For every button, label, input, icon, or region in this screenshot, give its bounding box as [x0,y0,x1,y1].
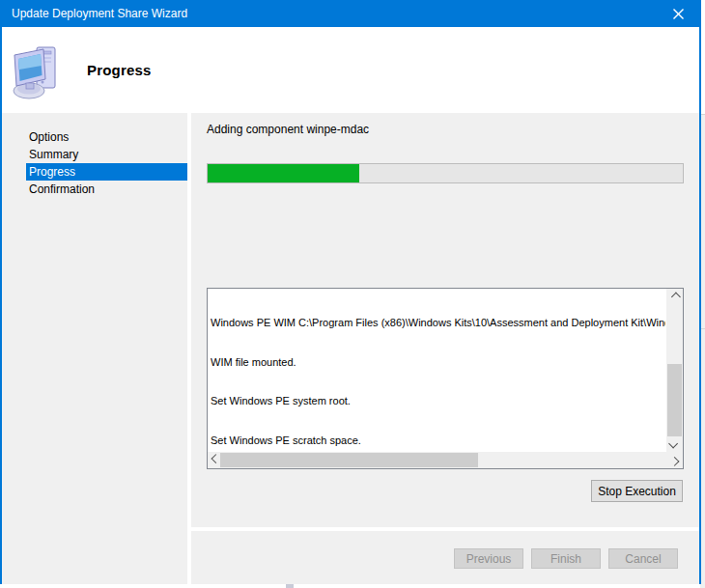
previous-button[interactable]: Previous [454,548,523,569]
title-bar[interactable]: Update Deployment Share Wizard [2,0,699,27]
horizontal-scroll-thumb[interactable] [220,453,478,467]
footer-separator [191,527,699,531]
progress-bar [207,163,684,183]
close-icon [673,9,684,19]
cancel-button[interactable]: Cancel [608,548,678,569]
log-line: Set Windows PE system root. [211,395,665,408]
vertical-scrollbar[interactable] [666,289,683,452]
wizard-step-list: Options Summary Progress Confirmation [2,113,187,584]
sidebar-item-confirmation[interactable]: Confirmation [2,181,187,198]
log-line: WIM file mounted. [211,356,665,370]
stop-execution-button[interactable]: Stop Execution [591,480,683,502]
page-title: Progress [87,62,152,78]
wizard-window: Update Deployment Share Wizard P [0,0,701,584]
wizard-navigation: Previous Finish Cancel [454,548,678,569]
computer-icon [11,42,59,100]
log-line: Windows PE WIM C:\Program Files (x86)\Wi… [211,317,665,330]
scroll-down-button[interactable] [666,435,683,452]
log-line: Set Windows PE scratch space. [211,434,665,448]
chevron-left-icon [212,454,221,463]
progress-pane: Adding component winpe-mdac Windows PE W… [191,113,699,584]
sidebar-item-progress[interactable]: Progress [26,163,187,181]
log-text: Windows PE WIM C:\Program Files (x86)\Wi… [211,291,665,451]
horizontal-scrollbar[interactable] [208,452,683,468]
chevron-right-icon [670,457,680,466]
chevron-down-icon [668,439,678,449]
wizard-header: Progress [2,27,699,113]
wizard-body: Options Summary Progress Confirmation Ad… [2,113,699,584]
vertical-scroll-thumb[interactable] [667,364,682,436]
status-text: Adding component winpe-mdac [207,122,369,137]
sidebar-item-summary[interactable]: Summary [2,146,187,163]
scroll-up-button[interactable] [666,289,683,305]
window-title: Update Deployment Share Wizard [12,7,657,20]
chevron-up-icon [671,293,681,302]
sidebar-item-options[interactable]: Options [2,128,187,146]
scroll-right-button[interactable] [666,452,683,468]
finish-button[interactable]: Finish [531,548,601,569]
log-output-box[interactable]: Windows PE WIM C:\Program Files (x86)\Wi… [207,288,684,469]
progress-bar-fill [208,164,359,182]
close-button[interactable] [657,0,699,27]
